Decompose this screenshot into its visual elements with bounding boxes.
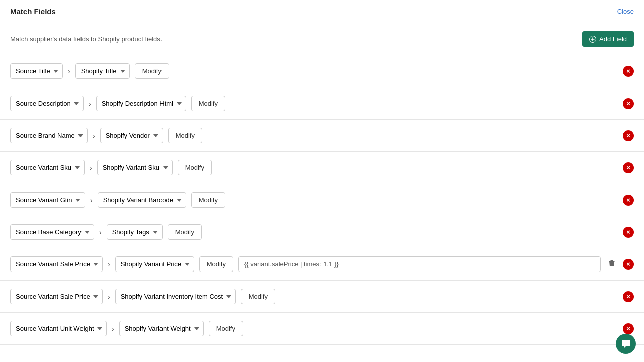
field-row: Source Variant Gtin›Shopify Variant Barc… [0, 184, 644, 216]
chat-icon [621, 339, 631, 345]
modify-button[interactable]: Modify [178, 160, 212, 175]
target-field-select[interactable]: Shopify Variant Sku [97, 160, 173, 175]
close-link[interactable]: Close [617, 8, 634, 15]
modify-button[interactable]: Modify [135, 63, 169, 79]
add-field-button[interactable]: Add Field [582, 31, 634, 47]
source-field-select[interactable]: Source Variant Sale Price [10, 256, 103, 272]
target-field-select[interactable]: Shopify Variant Inventory Item Cost [115, 289, 236, 304]
modify-button[interactable]: Modify [168, 128, 202, 143]
arrow-icon: › [93, 132, 95, 140]
arrow-icon: › [108, 260, 110, 268]
delete-row-button[interactable]: × [623, 98, 634, 109]
source-field-select[interactable]: Source Title [10, 63, 63, 79]
delete-row-button[interactable]: × [623, 195, 634, 206]
add-icon [589, 36, 596, 43]
arrow-icon: › [108, 293, 110, 301]
arrow-icon: › [90, 164, 92, 172]
arrow-icon: › [89, 100, 91, 108]
modify-button[interactable]: Modify [241, 289, 275, 304]
source-field-select[interactable]: Source Variant Sku [10, 160, 85, 175]
svg-rect-5 [609, 261, 615, 262]
arrow-icon: › [99, 228, 102, 236]
add-field-label: Add Field [599, 35, 627, 43]
modify-button[interactable]: Modify [191, 192, 225, 208]
trash-icon [608, 259, 616, 267]
page-title: Match Fields [10, 7, 56, 16]
delete-row-button[interactable]: × [623, 66, 634, 77]
arrow-icon: › [112, 325, 114, 333]
modify-text-input[interactable] [238, 256, 601, 272]
delete-row-button[interactable]: × [623, 259, 634, 270]
delete-row-button[interactable]: × [623, 130, 634, 141]
field-row: Source Variant Sku›Shopify Variant SkuMo… [0, 152, 644, 184]
modify-button[interactable]: Modify [209, 321, 243, 336]
source-field-select[interactable]: Source Variant Unit Weight [10, 321, 107, 336]
source-field-select[interactable]: Source Variant Gtin [10, 192, 85, 208]
delete-row-button[interactable]: × [623, 291, 634, 302]
target-field-select[interactable]: Shopify Variant Weight [119, 321, 204, 336]
field-row: Source Title›Shopify TitleModify× [0, 55, 644, 87]
source-field-select[interactable]: Source Description [10, 96, 84, 111]
modify-button[interactable]: Modify [191, 96, 225, 111]
target-field-select[interactable]: Shopify Vendor [100, 128, 163, 143]
delete-row-button[interactable]: × [623, 162, 634, 173]
modify-button[interactable]: Modify [199, 256, 233, 272]
arrow-icon: › [90, 196, 93, 204]
target-field-select[interactable]: Shopify Variant Barcode [98, 192, 186, 208]
source-field-select[interactable]: Source Brand Name [10, 128, 88, 143]
source-field-select[interactable]: Source Base Category [10, 224, 94, 240]
arrow-icon: › [68, 67, 70, 75]
field-row: Source Variant Sale Price›Shopify Varian… [0, 248, 644, 281]
target-field-select[interactable]: Shopify Tags [107, 224, 163, 240]
field-row: Source Description›Shopify Description H… [0, 87, 644, 120]
modify-button[interactable]: Modify [168, 224, 202, 240]
source-field-select[interactable]: Source Variant Sale Price [10, 289, 103, 304]
target-field-select[interactable]: Shopify Description Html [96, 96, 186, 111]
field-row: Source Variant Sale Price›Shopify Varian… [0, 281, 644, 313]
field-row: Source Base Category›Shopify TagsModify× [0, 216, 644, 248]
target-field-select[interactable]: Shopify Title [75, 63, 130, 79]
field-rows-container: Source Title›Shopify TitleModify×Source … [0, 55, 644, 345]
field-row: Source Brand Name›Shopify VendorModify× [0, 120, 644, 152]
trash-button[interactable] [606, 257, 618, 272]
delete-row-button[interactable]: × [623, 227, 634, 238]
delete-row-button[interactable]: × [623, 323, 634, 334]
target-field-select[interactable]: Shopify Variant Price [115, 256, 194, 272]
field-row: Source Variant Unit Weight›Shopify Varia… [0, 313, 644, 345]
subheader-description: Match supplier's data fields to Shopify … [10, 35, 162, 43]
